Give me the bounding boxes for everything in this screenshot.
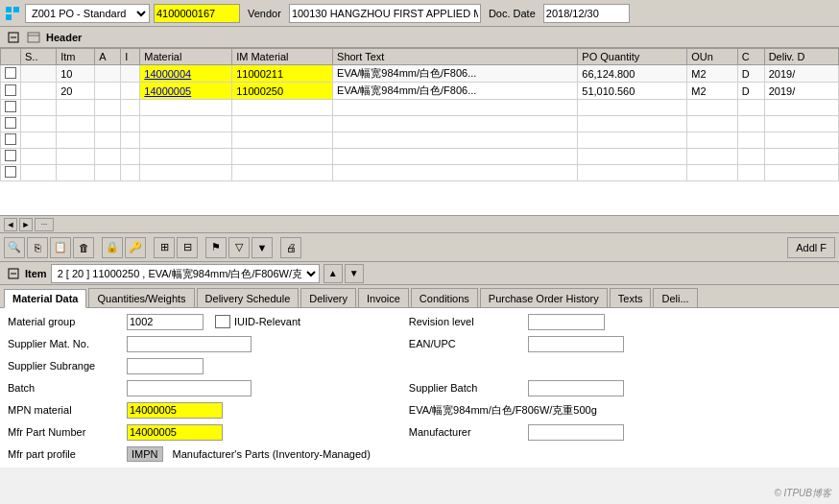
mfr-part-number-input[interactable] xyxy=(127,424,223,441)
supplier-mat-label: Supplier Mat. No. xyxy=(8,338,123,349)
batch-input[interactable] xyxy=(127,380,252,396)
svg-rect-1 xyxy=(13,7,19,12)
col-a: A xyxy=(95,49,121,65)
tabs-row: Material Data Quantities/Weights Deliver… xyxy=(0,285,839,308)
tab-quantities-weights[interactable]: Quantities/Weights xyxy=(88,288,194,307)
vendor-field[interactable] xyxy=(289,4,481,23)
vendor-label: Vendor xyxy=(244,8,285,19)
tab-invoice[interactable]: Invoice xyxy=(358,288,409,307)
row2-checkbox[interactable] xyxy=(1,83,21,100)
batch-label: Batch xyxy=(8,382,123,394)
table-row-empty xyxy=(1,116,839,132)
table-row-empty xyxy=(1,149,839,165)
nav-left-btn[interactable]: ◄ xyxy=(4,218,17,231)
watermark: © ITPUB博客 xyxy=(774,487,831,500)
row1-material[interactable]: 14000004 xyxy=(140,65,232,83)
tab-conditions[interactable]: Conditions xyxy=(411,288,478,307)
item-section-header: Item 2 [ 20 ] 11000250 , EVA/幅宽984mm/白色/… xyxy=(0,262,839,285)
row1-checkbox[interactable] xyxy=(1,65,21,83)
manufacturer-row: Manufacturer xyxy=(409,422,697,442)
item-nav-down-btn[interactable]: ▼ xyxy=(345,264,364,283)
col-material: Material xyxy=(140,49,232,65)
col-checkbox xyxy=(1,49,21,65)
table-nav-row: ◄ ► ··· xyxy=(0,216,839,233)
impn-badge: IMPN xyxy=(127,446,163,462)
svg-rect-2 xyxy=(6,14,12,20)
row1-deliv: 2019/ xyxy=(764,65,838,83)
po-number-field[interactable] xyxy=(154,4,240,23)
mpn-material-input[interactable] xyxy=(127,402,223,419)
form-right: Revision level EAN/UPC Supplier Batch EV… xyxy=(409,312,697,464)
supplier-subrange-label: Supplier Subrange xyxy=(8,360,123,372)
col-c: C xyxy=(737,49,764,65)
empty-row1 xyxy=(409,356,697,375)
table-row[interactable]: 20 14000005 11000250 EVA/幅宽984mm/白色/F806… xyxy=(1,83,839,100)
revision-level-input[interactable] xyxy=(528,314,605,330)
filter2-icon[interactable]: ▼ xyxy=(252,237,273,258)
lock-icon[interactable]: 🔒 xyxy=(102,237,123,258)
addl-f-button[interactable]: Addl F xyxy=(787,237,835,258)
key-icon[interactable]: 🔑 xyxy=(125,237,146,258)
tab-delivery[interactable]: Delivery xyxy=(300,288,356,307)
product-desc-row: EVA/幅宽984mm/白色/F806W/克重500g xyxy=(409,400,697,420)
tab-texts[interactable]: Texts xyxy=(610,288,652,307)
ean-upc-row: EAN/UPC xyxy=(409,334,697,353)
manufacturer-input[interactable] xyxy=(528,424,624,441)
doc-type-select[interactable]: Z001 PO - Standard xyxy=(25,4,150,23)
table2-icon[interactable]: ⊟ xyxy=(177,237,198,258)
row1-oun: M2 xyxy=(687,65,737,83)
filter-icon[interactable]: ▽ xyxy=(228,237,250,258)
ean-upc-label: EAN/UPC xyxy=(409,338,524,349)
table-icon[interactable]: ⊞ xyxy=(154,237,175,258)
tab-deli2[interactable]: Deli... xyxy=(653,288,697,307)
row1-im-material: 11000211 xyxy=(232,65,333,83)
item-label: Item xyxy=(25,268,47,279)
row2-material[interactable]: 14000005 xyxy=(140,83,232,100)
row2-a xyxy=(95,83,121,100)
row2-s xyxy=(21,83,57,100)
flag-icon[interactable]: ⚑ xyxy=(205,237,227,258)
material-group-input[interactable] xyxy=(127,314,204,330)
revision-level-label: Revision level xyxy=(409,316,524,327)
row1-a xyxy=(95,65,121,83)
svg-rect-5 xyxy=(28,33,39,42)
col-im-material: IM Material xyxy=(232,49,333,65)
tab-material-data[interactable]: Material Data xyxy=(4,289,86,308)
iuid-relevant-checkbox[interactable] xyxy=(215,315,230,328)
row2-i xyxy=(121,83,140,100)
col-oun: OUn xyxy=(687,49,737,65)
expand-icon[interactable] xyxy=(6,30,21,45)
row2-short-text: EVA/幅宽984mm/白色/F806... xyxy=(333,83,578,100)
row2-po-qty: 51,010.560 xyxy=(578,83,687,100)
material-group-label: Material group xyxy=(8,316,123,327)
product-desc-value: EVA/幅宽984mm/白色/F806W/克重500g xyxy=(409,403,597,418)
copy-icon[interactable]: ⎘ xyxy=(27,237,48,258)
nav-more-btn[interactable]: ··· xyxy=(35,218,54,231)
search-icon[interactable]: 🔍 xyxy=(4,237,25,258)
print-icon[interactable]: 🖨 xyxy=(280,237,301,258)
row1-po-qty: 66,124.800 xyxy=(578,65,687,83)
item-nav-up-btn[interactable]: ▲ xyxy=(324,264,343,283)
tab-purchase-order-history[interactable]: Purchase Order History xyxy=(480,288,608,307)
row2-c: D xyxy=(737,83,764,100)
row1-itm: 10 xyxy=(57,65,95,83)
item-select[interactable]: 2 [ 20 ] 11000250 , EVA/幅宽984mm/白色/F806W… xyxy=(51,264,320,283)
supplier-mat-input[interactable] xyxy=(127,336,252,352)
item-expand-icon[interactable] xyxy=(6,266,21,281)
supplier-batch-input[interactable] xyxy=(528,380,624,396)
paste-icon[interactable]: 📋 xyxy=(50,237,71,258)
row2-deliv: 2019/ xyxy=(764,83,838,100)
row2-itm: 20 xyxy=(57,83,95,100)
row1-i xyxy=(121,65,140,83)
svg-rect-0 xyxy=(6,7,12,12)
delete-icon[interactable]: 🗑 xyxy=(73,237,94,258)
supplier-subrange-input[interactable] xyxy=(127,358,204,374)
supplier-mat-row: Supplier Mat. No. xyxy=(8,334,371,353)
nav-right-btn[interactable]: ► xyxy=(19,218,33,231)
tab-delivery-schedule[interactable]: Delivery Schedule xyxy=(197,288,300,307)
manufacturer-label: Manufacturer xyxy=(409,426,524,438)
ean-upc-input[interactable] xyxy=(528,336,624,352)
table-row[interactable]: 10 14000004 11000211 EVA/幅宽984mm/白色/F806… xyxy=(1,65,839,83)
po-table-container: S.. Itm A I Material IM Material Short T… xyxy=(0,48,839,216)
doc-date-field[interactable] xyxy=(543,4,630,23)
